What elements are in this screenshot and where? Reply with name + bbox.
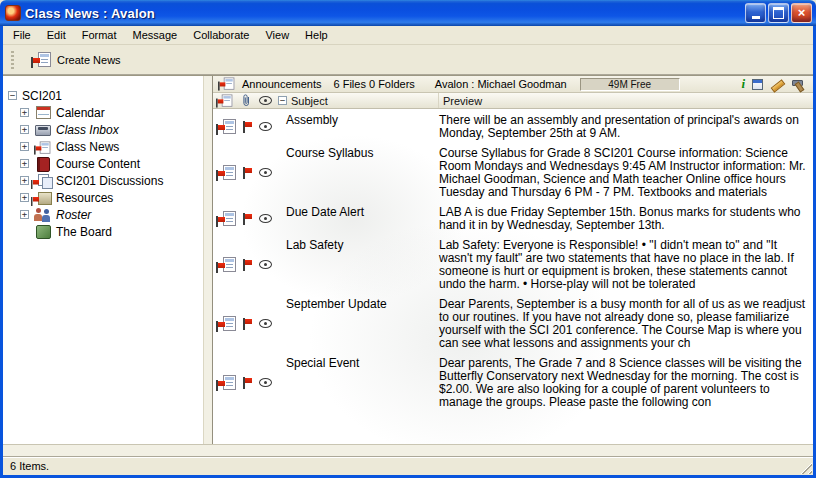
close-button[interactable]: × (791, 3, 812, 23)
tree-scrollbar[interactable] (203, 76, 212, 444)
menu-format[interactable]: Format (74, 26, 125, 44)
menu-file[interactable]: File (5, 26, 39, 44)
tree-item-label: SCI201 Discussions (56, 174, 163, 188)
create-news-label: Create News (57, 54, 121, 66)
app-icon (5, 5, 21, 21)
preview-column-header[interactable]: Preview (439, 93, 813, 108)
message-row-course-syllabus[interactable]: Course Syllabus Course Syllabus for Grad… (213, 145, 813, 204)
message-row-assembly[interactable]: Assembly There will be an assembly and p… (213, 112, 813, 145)
message-list: Assembly There will be an assembly and p… (213, 109, 813, 444)
status-bar: 6 Items. (3, 456, 813, 475)
eye-icon (259, 96, 272, 105)
flag-icon (242, 121, 252, 133)
window-title: Class News : Avalon (25, 6, 743, 21)
item-icon-column-header[interactable] (213, 93, 239, 108)
menu-collaborate[interactable]: Collaborate (185, 26, 257, 44)
message-preview: Dear parents, The Grade 7 and 8 Science … (439, 356, 813, 409)
form-icon[interactable] (752, 79, 763, 90)
info-icon[interactable]: i (741, 78, 745, 90)
tree-item-resources[interactable]: + Resources (3, 189, 203, 206)
collapse-box-icon[interactable]: − (8, 91, 17, 100)
discussion-icon (34, 174, 52, 188)
flag-icon (242, 167, 252, 179)
file-folder-count: 6 Files 0 Folders (334, 78, 415, 90)
expand-box-icon[interactable]: + (20, 210, 29, 219)
main-area: − SCI201 + Calendar + Class Inbox (3, 75, 813, 456)
news-item-icon (216, 211, 236, 227)
unread-column-header[interactable] (254, 93, 276, 108)
message-row-due-date-alert[interactable]: Due Date Alert LAB A is due Friday Septe… (213, 204, 813, 237)
news-item-icon (216, 165, 236, 181)
news-list-pane: Announcements 6 Files 0 Folders Avalon :… (213, 76, 813, 444)
menu-view[interactable]: View (257, 26, 297, 44)
tree-item-sci201-discussions[interactable]: + SCI201 Discussions (3, 172, 203, 189)
tree-item-label: Calendar (56, 106, 105, 120)
edit-pencil-icon[interactable] (770, 78, 784, 91)
window-body: File Edit Format Message Collaborate Vie… (0, 26, 816, 478)
flag-icon (242, 318, 252, 330)
title-bar[interactable]: Class News : Avalon × (0, 0, 816, 26)
menu-edit[interactable]: Edit (39, 26, 74, 44)
preview-column-label: Preview (443, 95, 482, 107)
tree-item-label: Course Content (56, 157, 140, 171)
resize-grip-icon[interactable] (799, 461, 812, 474)
flag-icon (242, 377, 252, 389)
expand-box-icon[interactable]: + (20, 125, 29, 134)
message-subject: Assembly (276, 113, 439, 140)
panel-title: Announcements (242, 78, 322, 90)
flag-icon (242, 213, 252, 225)
free-space-indicator: 49M Free (580, 78, 680, 91)
tree-item-class-inbox[interactable]: + Class Inbox (3, 121, 203, 138)
expand-box-icon[interactable]: + (20, 159, 29, 168)
news-item-icon (216, 316, 236, 332)
expand-box-icon[interactable]: + (20, 108, 29, 117)
roster-icon (34, 208, 52, 222)
app-window: Class News : Avalon × File Edit Format M… (0, 0, 816, 478)
paperclip-icon (242, 94, 251, 107)
tree-item-label: SCI201 (22, 89, 62, 103)
tree-item-roster[interactable]: + Roster (3, 206, 203, 223)
tree-item-label: Class Inbox (56, 123, 119, 137)
collapse-subject-icon[interactable]: − (278, 96, 287, 105)
message-row-lab-safety[interactable]: Lab Safety Lab Safety: Everyone is Respo… (213, 237, 813, 296)
message-row-special-event[interactable]: Special Event Dear parents, The Grade 7 … (213, 355, 813, 414)
flag-icon (31, 197, 39, 206)
message-preview: LAB A is due Friday September 15th. Bonu… (439, 205, 813, 232)
list-column-header: − Subject Preview (213, 93, 813, 109)
news-icon (34, 140, 52, 154)
expand-box-icon[interactable]: + (20, 176, 29, 185)
message-preview: Dear Parents, September is a busy month … (439, 297, 813, 350)
announcements-icon (218, 77, 234, 90)
menu-help[interactable]: Help (297, 26, 336, 44)
flag-icon (31, 180, 39, 189)
message-subject: September Update (276, 297, 439, 350)
menu-message[interactable]: Message (125, 26, 186, 44)
message-preview: There will be an assembly and presentati… (439, 113, 813, 140)
unread-eye-icon (259, 214, 272, 223)
attachment-column-header[interactable] (239, 93, 254, 108)
tree-item-class-news[interactable]: + Class News (3, 138, 203, 155)
tree-item-calendar[interactable]: + Calendar (3, 104, 203, 121)
tools-icon[interactable] (791, 78, 805, 91)
tree-item-course-content[interactable]: + Course Content (3, 155, 203, 172)
message-subject: Course Syllabus (276, 146, 439, 199)
book-icon (34, 157, 52, 171)
subject-column-header[interactable]: − Subject (276, 93, 439, 108)
minimize-button[interactable] (745, 3, 766, 23)
tree-item-the-board[interactable]: The Board (3, 223, 203, 240)
expand-box-icon[interactable]: + (20, 142, 29, 151)
message-subject: Special Event (276, 356, 439, 409)
expand-box-icon[interactable]: + (20, 193, 29, 202)
toolbar-grip[interactable] (11, 51, 14, 69)
create-news-button[interactable]: Create News (23, 49, 129, 71)
news-item-icon (216, 257, 236, 273)
news-item-icon (216, 375, 236, 391)
message-row-september-update[interactable]: September Update Dear Parents, September… (213, 296, 813, 355)
tree-item-sci201[interactable]: − SCI201 (3, 87, 203, 104)
message-preview: Lab Safety: Everyone is Responsible! • "… (439, 238, 813, 291)
horizontal-scrollbar[interactable] (3, 444, 813, 456)
unread-eye-icon (259, 122, 272, 131)
maximize-button[interactable] (768, 3, 789, 23)
news-item-icon (216, 119, 236, 135)
unread-eye-icon (259, 260, 272, 269)
